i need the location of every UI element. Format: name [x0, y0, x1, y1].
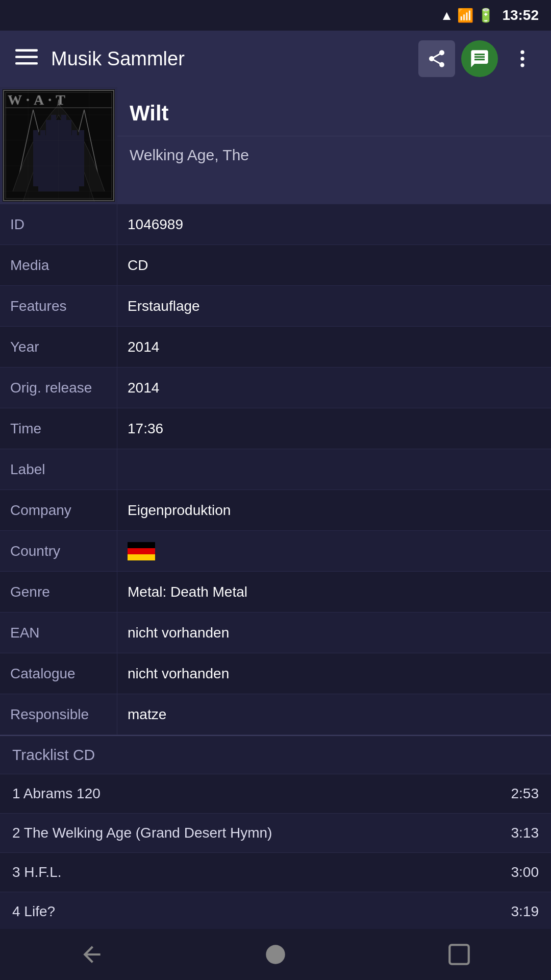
detail-label: ID: [0, 204, 117, 244]
detail-row: Time17:36: [0, 408, 551, 449]
detail-value: 1046989: [117, 204, 551, 244]
bottom-nav: [0, 929, 551, 980]
track-name: 4 Life?: [12, 903, 501, 920]
svg-rect-0: [15, 49, 38, 52]
detail-label: Year: [0, 327, 117, 367]
album-title-section: Wilt Welking Age, The: [117, 87, 551, 204]
detail-value: matze: [117, 694, 551, 734]
album-artwork: W·A·T: [3, 89, 115, 202]
detail-label: Orig. release: [0, 368, 117, 408]
track-duration: 3:19: [511, 903, 539, 920]
german-flag-icon: [128, 542, 155, 560]
detail-label: Catalogue: [0, 653, 117, 694]
app-title: Musik Sammler: [51, 48, 410, 70]
album-header: W·A·T: [0, 87, 551, 204]
detail-value: 2014: [117, 368, 551, 408]
detail-label: Company: [0, 490, 117, 530]
nav-actions: [418, 40, 541, 77]
svg-rect-13: [40, 130, 45, 143]
detail-value: Erstauflage: [117, 286, 551, 326]
status-time: 13:52: [502, 7, 539, 23]
svg-rect-11: [74, 140, 84, 186]
svg-rect-18: [61, 115, 66, 122]
detail-value: nicht vorhanden: [117, 653, 551, 694]
track-row[interactable]: 1 Abrams 1202:53: [0, 774, 551, 814]
svg-point-3: [520, 51, 524, 54]
detail-label: Responsible: [0, 694, 117, 734]
track-name: 2 The Welking Age (Grand Desert Hymn): [12, 825, 501, 841]
detail-label: EAN: [0, 612, 117, 653]
detail-label: Features: [0, 286, 117, 326]
more-options-button[interactable]: [504, 40, 541, 77]
album-main-title: Wilt: [117, 87, 551, 136]
svg-point-28: [266, 945, 285, 964]
track-duration: 2:53: [511, 786, 539, 802]
wifi-icon: ▲: [440, 8, 454, 23]
detail-row: CompanyEigenproduktion: [0, 490, 551, 531]
svg-point-5: [520, 63, 524, 67]
detail-label: Time: [0, 408, 117, 449]
detail-row: Country: [0, 531, 551, 572]
svg-rect-2: [15, 62, 38, 65]
detail-label: Country: [0, 531, 117, 571]
track-duration: 3:00: [511, 864, 539, 880]
detail-value: Eigenproduktion: [117, 490, 551, 530]
chat-button[interactable]: [461, 40, 498, 77]
back-button[interactable]: [61, 934, 122, 975]
detail-row: Orig. release2014: [0, 368, 551, 408]
track-name: 1 Abrams 120: [12, 786, 501, 802]
album-artist: Welking Age, The: [117, 136, 551, 174]
tracklist-header: Tracklist CD: [0, 735, 551, 774]
detail-row: MediaCD: [0, 245, 551, 286]
album-art: W·A·T: [0, 87, 117, 204]
nav-bar: Musik Sammler: [0, 31, 551, 87]
home-button[interactable]: [245, 934, 306, 975]
details-table: ID1046989MediaCDFeaturesErstauflageYear2…: [0, 204, 551, 735]
svg-rect-1: [15, 56, 38, 58]
detail-label: Label: [0, 449, 117, 489]
detail-value: 17:36: [117, 408, 551, 449]
detail-value: nicht vorhanden: [117, 612, 551, 653]
svg-point-4: [520, 57, 524, 60]
svg-rect-29: [449, 945, 469, 964]
detail-value: Metal: Death Metal: [117, 572, 551, 612]
recents-button[interactable]: [429, 934, 490, 975]
svg-rect-12: [33, 130, 38, 143]
detail-row: GenreMetal: Death Metal: [0, 572, 551, 612]
svg-rect-15: [79, 130, 84, 143]
detail-row: Year2014: [0, 327, 551, 368]
detail-value: 2014: [117, 327, 551, 367]
track-duration: 3:13: [511, 825, 539, 841]
svg-text:W·A·T: W·A·T: [8, 92, 69, 108]
track-name: 3 H.F.L.: [12, 864, 501, 880]
signal-icon: 📶: [457, 8, 473, 23]
detail-row: ID1046989: [0, 204, 551, 245]
svg-rect-10: [33, 140, 43, 186]
detail-value: [117, 449, 551, 489]
svg-rect-17: [51, 115, 56, 122]
status-bar: ▲ 📶 🔋 13:52: [0, 0, 551, 31]
detail-row: FeaturesErstauflage: [0, 286, 551, 327]
detail-label: Genre: [0, 572, 117, 612]
detail-label: Media: [0, 245, 117, 285]
detail-row: EANnicht vorhanden: [0, 612, 551, 653]
hamburger-menu-icon[interactable]: [10, 40, 43, 78]
share-button[interactable]: [418, 40, 455, 77]
detail-row: Cataloguenicht vorhanden: [0, 653, 551, 694]
detail-value: CD: [117, 245, 551, 285]
detail-row: Responsiblematze: [0, 694, 551, 735]
track-row[interactable]: 3 H.F.L.3:00: [0, 853, 551, 892]
track-row[interactable]: 2 The Welking Age (Grand Desert Hymn)3:1…: [0, 814, 551, 853]
signal-icons: ▲ 📶 🔋: [440, 8, 494, 23]
battery-icon: 🔋: [478, 8, 494, 23]
svg-rect-14: [72, 130, 77, 143]
track-row[interactable]: 4 Life?3:19: [0, 892, 551, 932]
detail-value: [117, 531, 551, 571]
detail-row: Label: [0, 449, 551, 490]
